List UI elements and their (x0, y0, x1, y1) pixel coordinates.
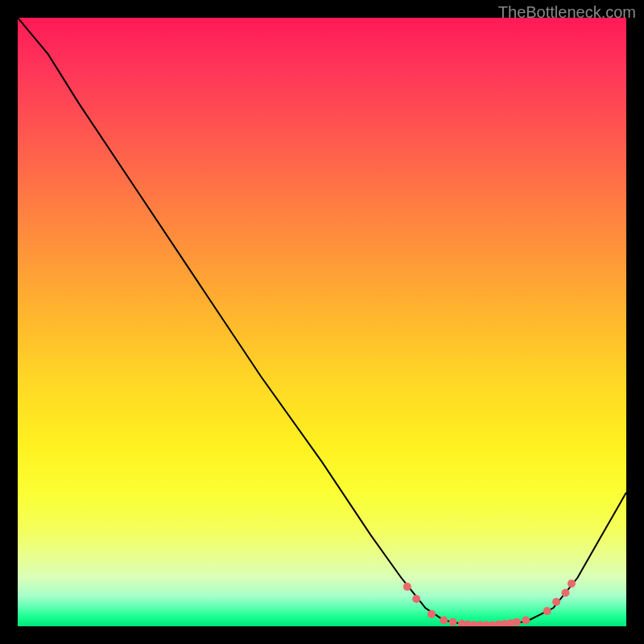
marker-group (403, 580, 576, 626)
data-marker (449, 618, 457, 626)
bottleneck-curve (18, 18, 626, 626)
data-marker (568, 580, 576, 588)
data-marker (561, 588, 569, 597)
data-marker (522, 616, 530, 624)
data-marker (427, 610, 436, 618)
data-marker (513, 618, 521, 626)
data-marker (403, 583, 411, 591)
attribution-label: TheBottleneck.com (498, 3, 636, 22)
data-marker (412, 595, 420, 603)
chart-plot-area (18, 18, 626, 626)
chart-svg (18, 18, 626, 626)
data-marker (552, 598, 560, 606)
data-marker (543, 607, 551, 615)
data-marker (440, 616, 448, 624)
